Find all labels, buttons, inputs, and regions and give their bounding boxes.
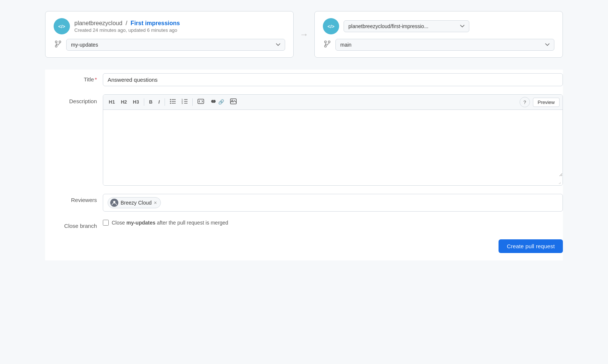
svg-point-0 — [55, 41, 57, 43]
description-row: Description H1 H2 H3 B I — [45, 94, 563, 186]
svg-point-3 — [325, 41, 327, 43]
toolbar-italic-button[interactable]: I — [156, 98, 162, 107]
toolbar-h2-button[interactable]: H2 — [118, 98, 130, 107]
svg-point-6 — [170, 99, 171, 100]
arrow-divider: → — [300, 29, 308, 40]
editor-toolbar: H1 H2 H3 B I — [103, 95, 563, 110]
left-branch-row: my-updates — [54, 39, 285, 51]
right-branch-icon — [323, 40, 332, 50]
toolbar-h1-button[interactable]: H1 — [106, 98, 118, 107]
left-repo-name-link[interactable]: First impressions — [131, 20, 180, 26]
reviewer-tag: Breezy Cloud × — [108, 197, 161, 208]
description-label: Description — [45, 94, 97, 104]
toolbar-ul-button[interactable] — [167, 97, 178, 107]
right-branch-select[interactable]: main — [335, 39, 554, 51]
description-textarea[interactable] — [103, 110, 563, 176]
toolbar-ol-button[interactable]: 1. 2. 3. — [179, 97, 190, 107]
close-branch-text: Close my-updates after the pull request … — [112, 220, 228, 226]
toolbar-image-button[interactable] — [227, 97, 239, 107]
ordered-list-icon: 1. 2. 3. — [182, 99, 188, 104]
close-branch-row: Close branch Close my-updates after the … — [45, 220, 563, 229]
editor-resize-handle: ⌟ — [103, 178, 563, 185]
left-repo-header: </> planetbreezycloud / First impression… — [54, 18, 285, 34]
close-branch-checkbox[interactable] — [103, 220, 109, 226]
toolbar-sep-2 — [165, 98, 165, 106]
right-branch-row: main — [323, 39, 554, 51]
title-row: Title* — [45, 73, 563, 86]
image-icon — [230, 98, 237, 104]
description-editor: H1 H2 H3 B I — [103, 94, 563, 186]
left-repo-card: </> planetbreezycloud / First impression… — [45, 11, 294, 58]
close-branch-name: my-updates — [126, 220, 156, 226]
left-repo-avatar: </> — [54, 18, 70, 34]
reviewer-avatar — [110, 199, 118, 207]
left-repo-info: planetbreezycloud / First impressions Cr… — [74, 20, 180, 33]
reviewers-label: Reviewers — [45, 194, 97, 203]
toolbar-preview-button[interactable]: Preview — [533, 98, 560, 107]
reviewer-remove-button[interactable]: × — [154, 200, 157, 205]
right-repo-header: </> planetbreezycloud/first-impressio... — [323, 18, 554, 34]
right-repo-select[interactable]: planetbreezycloud/first-impressio... — [344, 20, 469, 32]
link-icon — [210, 99, 217, 104]
left-branch-icon — [54, 40, 63, 50]
title-input[interactable] — [103, 73, 563, 86]
left-branch-select[interactable]: my-updates — [66, 39, 285, 51]
toolbar-sep-1 — [144, 98, 144, 106]
toolbar-help-button[interactable]: ? — [520, 97, 530, 107]
resize-icon: ⌟ — [558, 179, 561, 185]
close-branch-content: Close my-updates after the pull request … — [103, 220, 228, 226]
user-icon — [112, 200, 117, 205]
create-pull-request-button[interactable]: Create pull request — [499, 239, 563, 253]
left-repo-meta: Created 24 minutes ago, updated 6 minute… — [74, 27, 180, 33]
right-repo-card: </> planetbreezycloud/first-impressio... — [314, 11, 563, 58]
git-branch-icon-right — [324, 40, 331, 48]
left-repo-name: planetbreezycloud / First impressions — [74, 20, 180, 27]
close-branch-label: Close branch — [45, 220, 97, 229]
submit-row: Create pull request — [45, 239, 563, 253]
svg-text:3.: 3. — [182, 102, 183, 104]
form-section: Title* Description H1 H2 H3 B I — [45, 70, 563, 260]
right-repo-avatar: </> — [323, 18, 339, 34]
code-icon — [197, 99, 204, 104]
toolbar-h3-button[interactable]: H3 — [130, 98, 142, 107]
toolbar-sep-3 — [192, 98, 193, 106]
page-wrapper: </> planetbreezycloud / First impression… — [45, 7, 563, 260]
svg-point-8 — [170, 103, 171, 104]
git-branch-icon — [55, 40, 61, 48]
svg-point-21 — [113, 201, 115, 203]
repo-row: </> planetbreezycloud / First impression… — [45, 11, 563, 58]
toolbar-code-button[interactable] — [195, 97, 207, 107]
toolbar-link-button[interactable]: 🔗 — [207, 98, 227, 107]
reviewer-name: Breezy Cloud — [121, 200, 152, 206]
toolbar-bold-button[interactable]: B — [146, 98, 155, 107]
reviewers-input[interactable]: Breezy Cloud × — [103, 194, 563, 212]
title-label: Title* — [45, 73, 97, 82]
reviewers-row: Reviewers Breezy Cloud × — [45, 194, 563, 212]
title-required: * — [95, 76, 97, 82]
unordered-list-icon — [170, 99, 176, 104]
svg-point-7 — [170, 101, 171, 102]
